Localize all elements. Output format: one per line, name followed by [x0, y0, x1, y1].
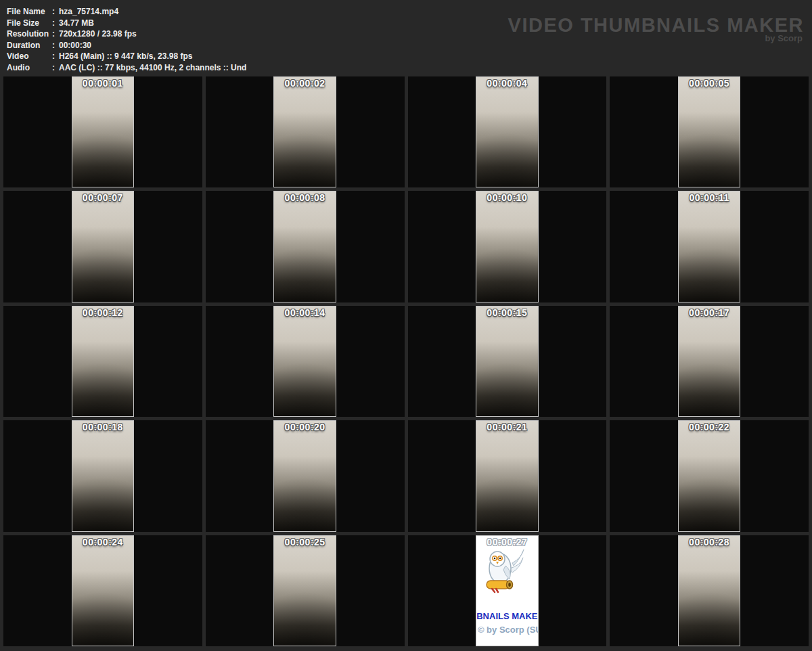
timestamp-overlay: 00:00:07	[72, 192, 133, 203]
timestamp-overlay: 00:00:04	[476, 78, 537, 89]
thumbnail-cell: 00:00:11	[610, 191, 809, 302]
video-frame-placeholder: 00:00:04	[476, 76, 538, 187]
file-info-value: H264 (Main) :: 9 447 kb/s, 23.98 fps	[59, 51, 192, 61]
thumbnail-cell: 00:00:17	[610, 306, 809, 417]
thumbnail-cell: 00:00:21	[408, 420, 607, 531]
thumbnail-cell: 00:00:04	[408, 76, 607, 187]
thumbnail-cell: 00:00:18	[3, 420, 202, 531]
file-info-separator: :	[52, 28, 59, 40]
video-frame-placeholder: 00:00:08	[273, 191, 336, 302]
thumbnail-cell: 00:00:01	[3, 76, 202, 187]
video-frame-placeholder: 00:00:11	[678, 191, 740, 302]
thumbnail-cell: 00:00:14	[206, 306, 405, 417]
thumbnail-cell: 00:00:02	[206, 76, 405, 187]
endcard-thumbnail: HBNAILS MAKERt © by Scorp (SU00:00:27	[476, 535, 538, 646]
thumbnail-cell: 00:00:07	[3, 191, 202, 302]
video-frame-placeholder: 00:00:10	[476, 191, 538, 302]
video-frame-placeholder: 00:00:07	[72, 191, 134, 302]
endcard-copyright-text: t © by Scorp (SU	[476, 625, 538, 635]
timestamp-overlay: 00:00:20	[274, 422, 335, 432]
video-frame-placeholder: 00:00:05	[678, 76, 740, 187]
thumbnail-cell: 00:00:08	[206, 191, 405, 302]
file-info-row: Video:H264 (Main) :: 9 447 kb/s, 23.98 f…	[7, 51, 246, 62]
file-info-row: Audio:AAC (LC) :: 77 kbps, 44100 Hz, 2 c…	[7, 62, 246, 74]
thumbnail-cell: 00:00:15	[408, 306, 607, 417]
file-info-value: 34.77 MB	[59, 18, 94, 28]
timestamp-overlay: 00:00:28	[679, 537, 740, 547]
video-frame-placeholder: 00:00:24	[72, 535, 134, 646]
timestamp-overlay: 00:00:25	[274, 537, 335, 547]
thumbnail-cell: 00:00:20	[206, 420, 405, 531]
timestamp-overlay: 00:00:22	[679, 422, 740, 432]
file-info-separator: :	[52, 62, 59, 74]
timestamp-overlay: 00:00:15	[476, 307, 537, 318]
video-frame-placeholder: 00:00:14	[273, 306, 336, 417]
file-info-value: 720x1280 / 23.98 fps	[59, 29, 137, 39]
thumbnail-cell: 00:00:12	[3, 306, 202, 417]
endcard-title-text: HBNAILS MAKER	[476, 611, 538, 621]
file-info-label: File Size	[7, 18, 52, 29]
file-info-separator: :	[52, 51, 59, 62]
thumbnail-cell: 00:00:22	[610, 420, 809, 531]
timestamp-overlay: 00:00:08	[274, 192, 335, 203]
timestamp-overlay: 00:00:01	[72, 78, 133, 89]
file-info-separator: :	[52, 40, 59, 51]
file-info-label: File Name	[7, 6, 52, 18]
thumbnail-cell: 00:00:24	[3, 535, 202, 646]
timestamp-overlay: 00:00:02	[274, 78, 335, 89]
file-info-label: Audio	[7, 62, 52, 74]
video-frame-placeholder: 00:00:21	[476, 420, 538, 531]
thumbnail-cell: 00:00:10	[408, 191, 607, 302]
thumbnail-cell: 00:00:05	[610, 76, 809, 187]
timestamp-overlay: 00:00:12	[72, 307, 133, 318]
video-frame-placeholder: 00:00:20	[273, 420, 336, 531]
video-frame-placeholder: 00:00:17	[678, 306, 740, 417]
video-frame-placeholder: 00:00:25	[273, 535, 336, 646]
file-info-label: Video	[7, 51, 52, 62]
file-info-separator: :	[52, 18, 59, 29]
file-info-value: AAC (LC) :: 77 kbps, 44100 Hz, 2 channel…	[59, 63, 246, 72]
video-frame-placeholder: 00:00:22	[678, 420, 740, 531]
timestamp-overlay: 00:00:17	[679, 307, 740, 318]
file-info-row: File Size:34.77 MB	[7, 18, 246, 29]
file-info-row: Resolution:720x1280 / 23.98 fps	[7, 28, 246, 40]
timestamp-overlay: 00:00:14	[274, 307, 335, 318]
thumbnail-cell: 00:00:28	[610, 535, 809, 646]
file-info-label: Duration	[7, 40, 52, 51]
thumbnail-cell: 00:00:25	[206, 535, 405, 646]
app-branding: VIDEO THUMBNAILS MAKER by Scorp	[508, 15, 804, 43]
timestamp-overlay: 00:00:10	[476, 192, 537, 203]
timestamp-overlay: 00:00:18	[72, 422, 133, 432]
video-frame-placeholder: 00:00:01	[72, 76, 134, 187]
file-info-label: Resolution	[7, 28, 52, 40]
file-info-panel: File Name:hza_75714.mp4 File Size:34.77 …	[7, 6, 246, 73]
thumbnail-grid: 00:00:0100:00:0200:00:0400:00:0500:00:07…	[0, 76, 812, 646]
header: File Name:hza_75714.mp4 File Size:34.77 …	[0, 0, 812, 76]
file-info-separator: :	[52, 6, 59, 18]
file-info-row: File Name:hza_75714.mp4	[7, 6, 246, 18]
owl-logo-icon	[482, 545, 524, 598]
video-frame-placeholder: 00:00:02	[273, 76, 336, 187]
file-info-row: Duration:00:00:30	[7, 40, 246, 51]
timestamp-overlay: 00:00:05	[679, 78, 740, 89]
thumbnail-cell: HBNAILS MAKERt © by Scorp (SU00:00:27	[408, 535, 607, 646]
app-title: VIDEO THUMBNAILS MAKER	[508, 15, 804, 35]
timestamp-overlay: 00:00:27	[476, 537, 537, 547]
video-frame-placeholder: 00:00:12	[72, 306, 134, 417]
timestamp-overlay: 00:00:24	[72, 537, 133, 547]
video-frame-placeholder: 00:00:28	[678, 535, 740, 646]
video-frame-placeholder: 00:00:15	[476, 306, 538, 417]
file-info-value: 00:00:30	[59, 41, 91, 50]
timestamp-overlay: 00:00:21	[476, 422, 537, 432]
video-frame-placeholder: 00:00:18	[72, 420, 134, 531]
timestamp-overlay: 00:00:11	[679, 192, 740, 203]
file-info-value: hza_75714.mp4	[59, 7, 118, 16]
